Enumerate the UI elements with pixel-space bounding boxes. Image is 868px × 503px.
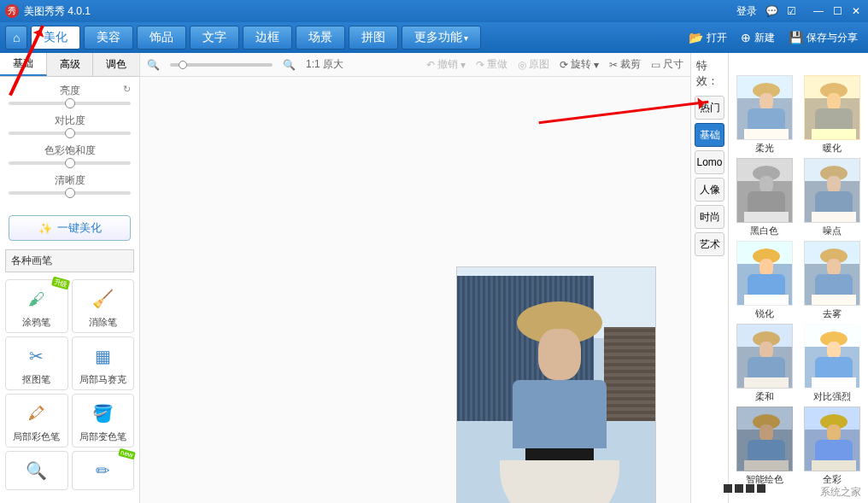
saturation-slider[interactable]: 色彩饱和度: [9, 143, 131, 165]
zoom-label[interactable]: 1:1 原大: [306, 57, 343, 72]
effect-item[interactable]: 柔光: [732, 75, 797, 155]
effect-label: 锐化: [755, 307, 774, 320]
effect-label: 对比强烈: [813, 390, 851, 403]
effect-label: 柔光: [755, 142, 774, 155]
tab-frame[interactable]: 边框: [243, 26, 292, 50]
titlebar: 秀 美图秀秀 4.0.1 登录 💬 ☑ — ☐ ✕: [0, 0, 868, 22]
pen-icon: ✏: [87, 455, 118, 486]
feedback-icon[interactable]: ☑: [787, 5, 796, 17]
effect-label: 柔和: [755, 390, 774, 403]
effect-thumbnail: [804, 75, 860, 140]
brush-extra1[interactable]: 🔍: [5, 451, 68, 490]
effect-thumbnail: [736, 406, 793, 471]
zoom-out-button[interactable]: 🔍: [147, 59, 160, 71]
new-button[interactable]: ⊕新建: [741, 31, 775, 45]
close-button[interactable]: ✕: [849, 5, 863, 17]
effects-title: 特效：: [691, 53, 728, 94]
cutout-icon: ✂: [21, 341, 52, 371]
tab-text[interactable]: 文字: [190, 26, 239, 50]
effect-item[interactable]: 噪点: [801, 158, 865, 237]
effect-label: 去雾: [823, 307, 842, 320]
crop-button[interactable]: ✂ 裁剪: [609, 57, 641, 72]
contrast-slider[interactable]: 对比度: [9, 114, 131, 135]
subtab-advanced[interactable]: 高级: [47, 53, 94, 76]
effect-thumbnail: [804, 241, 860, 306]
save-button[interactable]: 💾保存与分享: [789, 31, 858, 45]
effect-thumbnail: [736, 75, 793, 140]
main-tabs: ⌂ 美化 美容 饰品 文字 边框 场景 拼图 更多功能▾ 📂打开 ⊕新建 💾保存…: [0, 22, 868, 53]
effects-panel: 特效： 热门 基础 Lomo 人像 时尚 艺术 柔光暖化黑白色噪点锐化去雾柔和对…: [690, 53, 868, 503]
brush-extra2[interactable]: new ✏: [72, 451, 135, 490]
recolor-icon: 🪣: [87, 398, 118, 429]
chat-icon[interactable]: 💬: [765, 5, 778, 17]
effect-label: 暖化: [823, 142, 842, 155]
brush-mosaic[interactable]: ▦ 局部马赛克: [72, 336, 135, 390]
lens-icon: 🔍: [21, 455, 52, 486]
brightness-slider[interactable]: 亮度 ↻: [9, 84, 131, 105]
cat-fashion[interactable]: 时尚: [695, 205, 724, 229]
watermark-text: 系统之家: [820, 485, 861, 500]
maximize-button[interactable]: ☐: [830, 5, 844, 17]
new-badge: new: [118, 448, 135, 460]
sharpness-slider[interactable]: 清晰度: [9, 173, 131, 195]
redo-button[interactable]: ↷ 重做: [476, 57, 507, 72]
zoom-in-button[interactable]: 🔍: [283, 59, 296, 71]
effect-item[interactable]: 全彩: [801, 406, 865, 486]
effect-label: 全彩: [823, 473, 842, 486]
effect-thumbnail: [804, 158, 860, 223]
cat-basic[interactable]: 基础: [695, 123, 724, 147]
effect-thumbnail: [736, 158, 793, 223]
tab-ornament[interactable]: 饰品: [137, 26, 186, 50]
size-button[interactable]: ▭ 尺寸: [651, 57, 683, 72]
one-key-beautify-button[interactable]: ✨ 一键美化: [9, 215, 131, 241]
open-button[interactable]: 📂打开: [689, 31, 727, 45]
brush-eraser[interactable]: 🧹 消除笔: [72, 279, 135, 333]
tab-more[interactable]: 更多功能▾: [402, 26, 481, 50]
app-logo-icon: 秀: [5, 4, 19, 18]
effect-item[interactable]: 锐化: [732, 241, 797, 320]
cat-art[interactable]: 艺术: [695, 232, 724, 256]
effect-thumbnail: [804, 406, 860, 471]
photo-canvas[interactable]: [456, 266, 656, 503]
undo-button[interactable]: ↶ 撤销 ▾: [426, 57, 466, 72]
eraser-icon: 🧹: [87, 284, 118, 314]
cat-lomo[interactable]: Lomo: [695, 150, 724, 174]
left-panel: 基础 高级 调色 亮度 ↻ 对比度 色彩饱和度 清晰度 ✨: [0, 53, 140, 503]
tab-cosmetic[interactable]: 美容: [84, 26, 133, 50]
save-icon: 💾: [789, 31, 803, 44]
colorize-icon: 🖍: [21, 398, 52, 429]
brush-cutout[interactable]: ✂ 抠图笔: [5, 336, 68, 390]
effect-item[interactable]: 智能绘色: [732, 406, 797, 486]
zoom-slider[interactable]: [170, 63, 273, 67]
brush-colorize[interactable]: 🖍 局部彩色笔: [5, 394, 68, 447]
brush-recolor[interactable]: 🪣 局部变色笔: [72, 394, 135, 447]
brush-doodle[interactable]: 升级 🖌 涂鸦笔: [5, 279, 68, 333]
effect-thumbnail: [804, 324, 860, 389]
chevron-down-icon: ▾: [464, 33, 468, 43]
effect-item[interactable]: 对比强烈: [801, 324, 865, 403]
login-link[interactable]: 登录: [736, 4, 757, 19]
minimize-button[interactable]: —: [812, 5, 825, 17]
effect-item[interactable]: 柔和: [732, 324, 797, 403]
magic-icon: ✨: [38, 222, 52, 235]
effect-item[interactable]: 黑白色: [732, 158, 797, 237]
mosaic-icon: ▦: [87, 341, 118, 371]
effect-item[interactable]: 去雾: [801, 241, 865, 320]
brushes-title: 各种画笔: [5, 249, 134, 272]
effect-item[interactable]: 暖化: [801, 75, 865, 155]
watermark-squares: [724, 484, 765, 493]
upgrade-badge: 升级: [50, 277, 69, 290]
tab-home[interactable]: ⌂: [5, 26, 27, 50]
doodle-icon: 🖌: [21, 284, 52, 314]
reset-icon[interactable]: ↻: [123, 84, 131, 95]
effect-label: 噪点: [823, 225, 842, 237]
subtab-color[interactable]: 调色: [93, 53, 139, 76]
app-title: 美图秀秀 4.0.1: [24, 4, 736, 19]
cat-portrait[interactable]: 人像: [695, 178, 724, 202]
tab-scene[interactable]: 场景: [296, 26, 345, 50]
home-icon: ⌂: [13, 31, 20, 44]
effect-thumbnail: [736, 241, 793, 306]
original-button[interactable]: ◎ 原图: [518, 57, 549, 72]
tab-puzzle[interactable]: 拼图: [349, 26, 398, 50]
rotate-button[interactable]: ⟳ 旋转 ▾: [560, 57, 599, 72]
